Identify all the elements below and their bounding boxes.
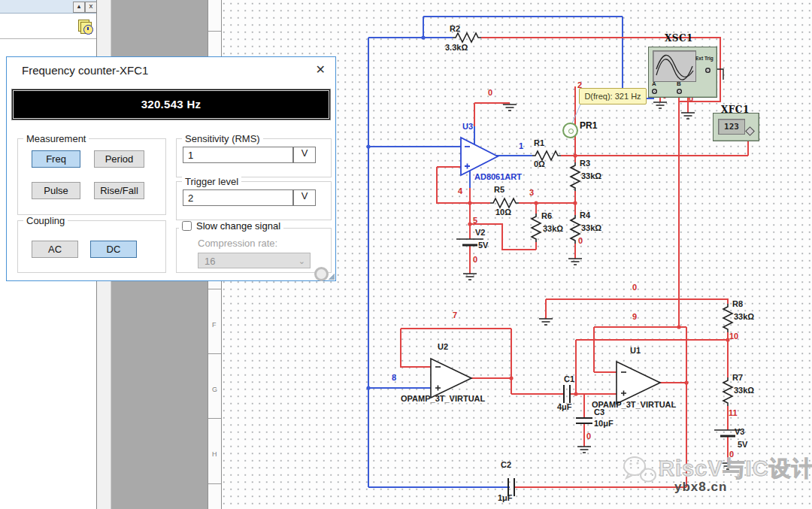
wechat-icon — [621, 454, 659, 486]
chevron-down-icon: ⌄ — [298, 253, 305, 269]
resize-grip[interactable] — [329, 274, 335, 280]
compression-rate-value: 16 — [205, 256, 215, 267]
oscilloscope-screen — [653, 50, 696, 82]
trigger-input[interactable] — [183, 189, 293, 206]
ext-trig-terminal[interactable] — [705, 68, 710, 73]
sheet-tick — [208, 31, 221, 32]
sheet-tick — [208, 418, 221, 419]
compression-rate-select[interactable]: 16 ⌄ — [198, 253, 311, 268]
oscilloscope-name-label: XSC1 — [665, 33, 693, 44]
dialog-title: Frequency counter-XFC1 — [22, 64, 148, 77]
ext-trig-label: Ext Trig — [695, 56, 714, 61]
counter-screen: 123 — [718, 119, 745, 135]
restore-button[interactable]: ▴ — [73, 2, 85, 13]
slow-change-label: Slow change signal — [196, 220, 280, 232]
sensitivity-group: Sensitivity (RMS) V — [176, 138, 332, 177]
sheet-tick — [208, 483, 221, 484]
close-window-button[interactable]: x — [85, 2, 97, 13]
channel-b-label: B — [677, 80, 681, 87]
trigger-group: Trigger level V — [176, 181, 332, 220]
pulse-button[interactable]: Pulse — [32, 182, 80, 199]
sheet-row-label: G — [212, 386, 217, 393]
sheet-tick — [208, 353, 221, 354]
coupling-group: Coupling AC DC — [17, 220, 166, 273]
sheet-tick — [208, 289, 221, 289]
coupling-label: Coupling — [23, 215, 68, 226]
channel-a-terminal[interactable] — [652, 89, 657, 94]
freq-button[interactable]: Freq — [32, 150, 80, 168]
dc-button[interactable]: DC — [90, 241, 137, 258]
measurement-group: Measurement Freq Period Pulse Rise/Fall — [17, 138, 166, 215]
measurement-label: Measurement — [23, 133, 89, 144]
multisim-screen: R23.3kΩ0200U31R10ΩAD8061ARTR333kΩR5310Ω4… — [0, 0, 812, 509]
slow-change-checkbox[interactable] — [182, 221, 192, 231]
watermark-url: ybx8.cn — [674, 480, 727, 495]
rise-fall-button[interactable]: Rise/Fall — [94, 182, 144, 199]
sensitivity-label: Sensitivity (RMS) — [182, 133, 263, 144]
sheet-row-label: F — [212, 321, 217, 329]
waveform-icon — [653, 51, 695, 81]
trigger-unit: V — [293, 189, 316, 206]
probe-marker[interactable] — [562, 123, 578, 138]
sensitivity-unit: V — [293, 147, 316, 163]
frequency-counter-instrument[interactable]: 123 — [713, 113, 759, 141]
channel-a-label: A — [652, 80, 656, 87]
probe-name-label: PR1 — [580, 120, 597, 131]
ac-button[interactable]: AC — [32, 241, 78, 258]
oscilloscope-instrument[interactable]: Ext Trig A B — [648, 47, 717, 98]
counter-terminal[interactable] — [745, 126, 755, 136]
probe-reading-tooltip: D(freq): 321 Hz — [579, 88, 647, 105]
sheet-row-label: H — [212, 450, 217, 458]
close-icon[interactable]: ✕ — [316, 62, 326, 77]
sensitivity-input[interactable] — [183, 147, 293, 163]
trigger-label: Trigger level — [182, 176, 241, 187]
pages-clock-icon[interactable] — [78, 20, 93, 35]
status-indicator — [314, 267, 329, 281]
frequency-counter-dialog[interactable]: Frequency counter-XFC1 ✕ 320.543 Hz Meas… — [6, 56, 336, 281]
frequency-display: 320.543 Hz — [11, 89, 331, 120]
compression-rate-label: Compression rate: — [198, 238, 277, 249]
period-button[interactable]: Period — [94, 150, 144, 168]
channel-b-terminal[interactable] — [677, 89, 682, 94]
